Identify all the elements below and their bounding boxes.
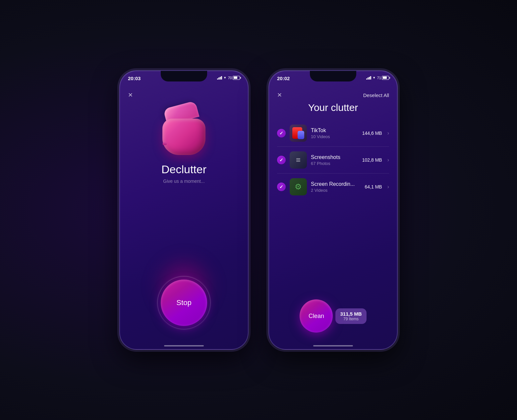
clutter-count-recording: 2 Videos xyxy=(311,188,361,193)
battery-icon-2: 71 xyxy=(377,76,389,80)
screenshots-thumbnail xyxy=(290,151,307,169)
clutter-size-recording: 64,1 MB xyxy=(365,184,382,189)
battery-level-2: 71 xyxy=(377,76,381,80)
chevron-tiktok: › xyxy=(387,130,389,136)
clean-button[interactable]: Clean xyxy=(300,299,333,333)
clutter-title: Your clutter xyxy=(277,102,389,113)
tiktok-thumbnail xyxy=(290,125,307,142)
check-circle-recording: ✓ xyxy=(277,183,286,191)
clean-badge-size: 311,5 MB xyxy=(340,311,362,317)
phone1-content: ✕ Declutter Give us a moment... xyxy=(120,88,248,349)
wifi-icon-2: ▾ xyxy=(373,76,375,80)
signal-icon-2 xyxy=(366,76,371,79)
notch-1 xyxy=(161,71,207,81)
phone1-body: Declutter Give us a moment... Stop xyxy=(120,102,248,349)
clutter-item-screenshots[interactable]: ✓ Screenshots 67 Photos 102,8 MB › xyxy=(277,147,389,174)
clutter-size-screenshots: 102,8 MB xyxy=(362,157,382,163)
check-icon-recording: ✓ xyxy=(279,184,283,189)
phone2-nav: ✕ Deselect All xyxy=(269,88,397,102)
phone-2-clutter: 20:02 ▾ 71 ✕ Deselect All xyxy=(268,70,398,350)
clean-badge: 311,5 MB 79 Items xyxy=(335,308,366,324)
battery-icon-1: 70 xyxy=(228,76,240,80)
declutter-title: Declutter xyxy=(161,163,206,176)
clutter-info-screenshots: Screenshots 67 Photos xyxy=(311,154,358,166)
airpods-case xyxy=(157,109,210,155)
check-icon-tiktok: ✓ xyxy=(279,131,283,136)
recording-thumbnail xyxy=(290,178,307,195)
stop-button-area: Stop xyxy=(157,276,210,329)
stop-button-ring: Stop xyxy=(157,276,210,329)
signal-icon-1 xyxy=(217,76,222,79)
thumb-recording-container xyxy=(290,178,307,195)
deselect-all-button[interactable]: Deselect All xyxy=(363,92,389,98)
clutter-item-tiktok[interactable]: ✓ TikTok 10 Videos 144,6 MB › xyxy=(277,120,389,147)
clutter-count-screenshots: 67 Photos xyxy=(311,161,358,166)
home-indicator-2 xyxy=(313,345,353,346)
phone2-content: ✕ Deselect All Your clutter ✓ xyxy=(269,88,397,349)
clutter-info-recording: Screen Recordin... 2 Videos xyxy=(311,181,361,193)
clutter-name-screenshots: Screenshots xyxy=(311,154,358,160)
home-indicator-1 xyxy=(164,345,204,346)
close-button-2[interactable]: ✕ xyxy=(277,91,282,99)
status-time-1: 20:03 xyxy=(128,76,141,81)
notch-2 xyxy=(310,71,356,81)
airpods-hinge xyxy=(163,142,167,145)
clutter-item-recording[interactable]: ✓ Screen Recordin... 2 Videos 64,1 MB › xyxy=(277,174,389,200)
chevron-recording: › xyxy=(387,184,389,190)
stop-button[interactable]: Stop xyxy=(161,280,207,326)
clutter-size-tiktok: 144,6 MB xyxy=(362,131,382,136)
airpods-illustration xyxy=(157,109,210,155)
clutter-list: ✓ TikTok 10 Videos 144,6 MB › xyxy=(277,120,389,323)
declutter-subtitle: Give us a moment... xyxy=(163,179,204,184)
status-icons-2: ▾ 71 xyxy=(366,76,389,80)
close-button-1[interactable]: ✕ xyxy=(128,91,133,99)
clutter-count-tiktok: 10 Videos xyxy=(311,134,358,139)
phone-1-declutter: 20:03 ▾ 70 ✕ xyxy=(119,70,249,350)
phone1-nav: ✕ xyxy=(120,88,248,102)
clean-badge-items: 79 Items xyxy=(343,317,359,321)
wifi-icon-1: ▾ xyxy=(224,76,226,80)
status-icons-1: ▾ 70 xyxy=(217,76,240,80)
clutter-info-tiktok: TikTok 10 Videos xyxy=(311,128,358,139)
thumb-screenshots-container xyxy=(290,151,307,169)
clutter-name-tiktok: TikTok xyxy=(311,128,358,133)
clean-area: Clean 311,5 MB 79 Items xyxy=(277,299,389,333)
chevron-screenshots: › xyxy=(387,157,389,163)
check-icon-screenshots: ✓ xyxy=(279,157,283,163)
battery-level-1: 70 xyxy=(228,76,232,80)
phone2-body: Your clutter ✓ TikTok 10 Videos xyxy=(269,102,397,349)
status-time-2: 20:02 xyxy=(277,76,290,81)
check-circle-tiktok: ✓ xyxy=(277,129,286,137)
thumb-tiktok xyxy=(290,125,307,142)
clutter-name-recording: Screen Recordin... xyxy=(311,181,361,187)
airpods-body xyxy=(162,119,205,155)
check-circle-screenshots: ✓ xyxy=(277,156,286,164)
